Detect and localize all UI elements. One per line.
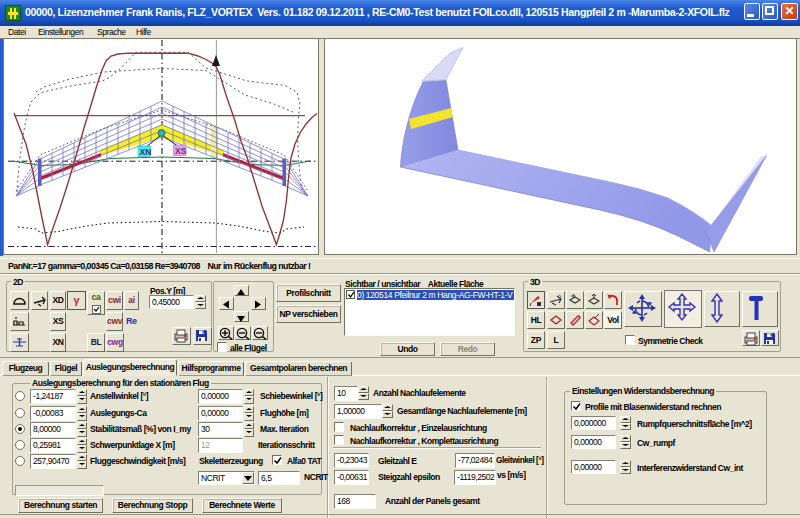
svg-text:XS: XS <box>175 146 187 156</box>
svg-text:XN: XN <box>140 147 152 157</box>
